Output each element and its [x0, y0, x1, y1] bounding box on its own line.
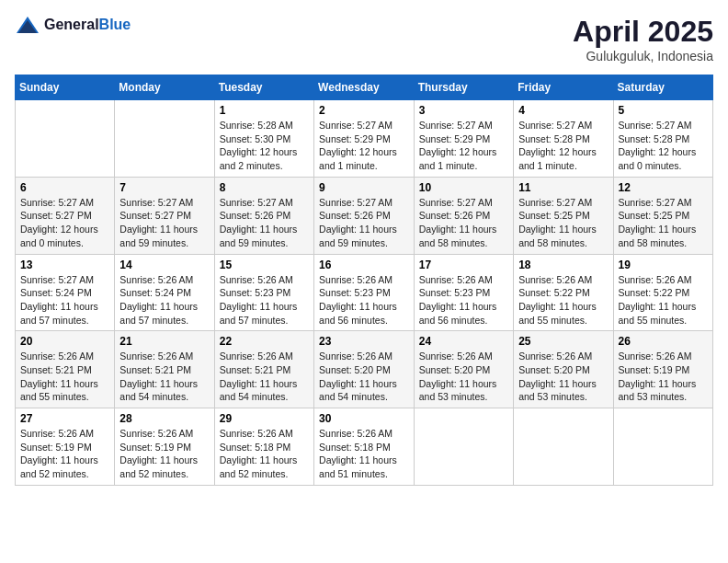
col-header-sunday: Sunday: [16, 75, 115, 100]
day-info: Sunrise: 5:26 AM Sunset: 5:19 PM Dayligh…: [619, 350, 708, 404]
day-info: Sunrise: 5:26 AM Sunset: 5:20 PM Dayligh…: [319, 350, 409, 404]
day-info: Sunrise: 5:27 AM Sunset: 5:25 PM Dayligh…: [518, 196, 608, 250]
day-cell: 19Sunrise: 5:26 AM Sunset: 5:22 PM Dayli…: [613, 254, 712, 331]
day-cell: 10Sunrise: 5:27 AM Sunset: 5:26 PM Dayli…: [414, 177, 513, 254]
day-cell: [414, 408, 513, 486]
day-info: Sunrise: 5:27 AM Sunset: 5:27 PM Dayligh…: [119, 196, 209, 250]
day-cell: 20Sunrise: 5:26 AM Sunset: 5:21 PM Dayli…: [16, 331, 115, 408]
day-number: 12: [619, 181, 708, 194]
col-header-thursday: Thursday: [414, 75, 513, 100]
day-cell: 28Sunrise: 5:26 AM Sunset: 5:19 PM Dayli…: [115, 408, 214, 486]
title-area: April 2025 Gulukguluk, Indonesia: [573, 15, 713, 63]
day-cell: 14Sunrise: 5:26 AM Sunset: 5:24 PM Dayli…: [115, 254, 214, 331]
day-number: 23: [319, 335, 409, 348]
day-cell: 12Sunrise: 5:27 AM Sunset: 5:25 PM Dayli…: [613, 177, 712, 254]
day-number: 14: [119, 259, 209, 271]
day-number: 7: [119, 181, 209, 194]
logo-general: General: [44, 17, 99, 32]
day-info: Sunrise: 5:28 AM Sunset: 5:30 PM Dayligh…: [220, 119, 309, 173]
logo-icon: [15, 15, 40, 35]
day-number: 25: [518, 335, 608, 348]
day-cell: 5Sunrise: 5:27 AM Sunset: 5:28 PM Daylig…: [613, 100, 712, 178]
day-info: Sunrise: 5:26 AM Sunset: 5:22 PM Dayligh…: [619, 273, 708, 327]
day-number: 2: [319, 104, 409, 117]
day-info: Sunrise: 5:26 AM Sunset: 5:19 PM Dayligh…: [119, 427, 209, 481]
col-header-tuesday: Tuesday: [214, 75, 313, 100]
calendar-table: SundayMondayTuesdayWednesdayThursdayFrid…: [15, 75, 713, 486]
day-cell: [16, 100, 115, 178]
day-cell: 22Sunrise: 5:26 AM Sunset: 5:21 PM Dayli…: [214, 331, 313, 408]
day-info: Sunrise: 5:26 AM Sunset: 5:23 PM Dayligh…: [419, 273, 508, 327]
day-info: Sunrise: 5:26 AM Sunset: 5:18 PM Dayligh…: [220, 427, 309, 481]
day-info: Sunrise: 5:26 AM Sunset: 5:23 PM Dayligh…: [220, 273, 309, 327]
day-cell: 4Sunrise: 5:27 AM Sunset: 5:28 PM Daylig…: [514, 100, 613, 178]
week-row-1: 1Sunrise: 5:28 AM Sunset: 5:30 PM Daylig…: [16, 100, 713, 178]
day-info: Sunrise: 5:26 AM Sunset: 5:20 PM Dayligh…: [419, 350, 508, 404]
day-number: 29: [220, 412, 309, 425]
day-number: 27: [20, 412, 109, 425]
day-info: Sunrise: 5:27 AM Sunset: 5:26 PM Dayligh…: [319, 196, 409, 250]
day-number: 18: [518, 259, 608, 271]
day-cell: 26Sunrise: 5:26 AM Sunset: 5:19 PM Dayli…: [613, 331, 712, 408]
day-cell: 29Sunrise: 5:26 AM Sunset: 5:18 PM Dayli…: [214, 408, 313, 486]
day-cell: 1Sunrise: 5:28 AM Sunset: 5:30 PM Daylig…: [214, 100, 313, 178]
logo-blue: Blue: [99, 17, 131, 32]
day-info: Sunrise: 5:27 AM Sunset: 5:29 PM Dayligh…: [319, 119, 409, 173]
day-cell: [613, 408, 712, 486]
day-cell: 23Sunrise: 5:26 AM Sunset: 5:20 PM Dayli…: [314, 331, 415, 408]
day-number: 30: [319, 412, 409, 425]
day-number: 24: [419, 335, 508, 348]
day-info: Sunrise: 5:26 AM Sunset: 5:23 PM Dayligh…: [319, 273, 409, 327]
day-number: 16: [319, 259, 409, 271]
day-info: Sunrise: 5:27 AM Sunset: 5:28 PM Dayligh…: [619, 119, 708, 173]
day-info: Sunrise: 5:26 AM Sunset: 5:21 PM Dayligh…: [220, 350, 309, 404]
day-number: 1: [220, 104, 309, 117]
day-cell: 3Sunrise: 5:27 AM Sunset: 5:29 PM Daylig…: [414, 100, 513, 178]
day-number: 9: [319, 181, 409, 194]
day-info: Sunrise: 5:27 AM Sunset: 5:28 PM Dayligh…: [518, 119, 608, 173]
day-number: 11: [518, 181, 608, 194]
day-cell: 30Sunrise: 5:26 AM Sunset: 5:18 PM Dayli…: [314, 408, 415, 486]
day-info: Sunrise: 5:27 AM Sunset: 5:26 PM Dayligh…: [419, 196, 508, 250]
day-cell: 15Sunrise: 5:26 AM Sunset: 5:23 PM Dayli…: [214, 254, 313, 331]
day-number: 20: [20, 335, 109, 348]
col-header-saturday: Saturday: [613, 75, 712, 100]
col-header-monday: Monday: [115, 75, 214, 100]
day-number: 21: [119, 335, 209, 348]
day-cell: 25Sunrise: 5:26 AM Sunset: 5:20 PM Dayli…: [514, 331, 613, 408]
day-cell: [514, 408, 613, 486]
col-header-friday: Friday: [514, 75, 613, 100]
day-number: 13: [20, 259, 109, 271]
day-cell: 16Sunrise: 5:26 AM Sunset: 5:23 PM Dayli…: [314, 254, 415, 331]
week-row-5: 27Sunrise: 5:26 AM Sunset: 5:19 PM Dayli…: [16, 408, 713, 486]
month-year: April 2025: [573, 15, 713, 49]
day-cell: 6Sunrise: 5:27 AM Sunset: 5:27 PM Daylig…: [16, 177, 115, 254]
day-cell: [115, 100, 214, 178]
day-cell: 7Sunrise: 5:27 AM Sunset: 5:27 PM Daylig…: [115, 177, 214, 254]
day-number: 3: [419, 104, 508, 117]
day-info: Sunrise: 5:26 AM Sunset: 5:19 PM Dayligh…: [20, 427, 109, 481]
day-number: 5: [619, 104, 708, 117]
day-info: Sunrise: 5:26 AM Sunset: 5:18 PM Dayligh…: [319, 427, 409, 481]
day-number: 6: [20, 181, 109, 194]
day-info: Sunrise: 5:26 AM Sunset: 5:21 PM Dayligh…: [20, 350, 109, 404]
day-number: 8: [220, 181, 309, 194]
location: Gulukguluk, Indonesia: [573, 49, 713, 63]
day-cell: 18Sunrise: 5:26 AM Sunset: 5:22 PM Dayli…: [514, 254, 613, 331]
day-cell: 13Sunrise: 5:27 AM Sunset: 5:24 PM Dayli…: [16, 254, 115, 331]
day-cell: 27Sunrise: 5:26 AM Sunset: 5:19 PM Dayli…: [16, 408, 115, 486]
day-number: 28: [119, 412, 209, 425]
header-row: SundayMondayTuesdayWednesdayThursdayFrid…: [16, 75, 713, 100]
day-info: Sunrise: 5:27 AM Sunset: 5:24 PM Dayligh…: [20, 273, 109, 327]
day-info: Sunrise: 5:27 AM Sunset: 5:29 PM Dayligh…: [419, 119, 508, 173]
day-cell: 21Sunrise: 5:26 AM Sunset: 5:21 PM Dayli…: [115, 331, 214, 408]
day-number: 26: [619, 335, 708, 348]
day-number: 17: [419, 259, 508, 271]
day-info: Sunrise: 5:27 AM Sunset: 5:25 PM Dayligh…: [619, 196, 708, 250]
week-row-2: 6Sunrise: 5:27 AM Sunset: 5:27 PM Daylig…: [16, 177, 713, 254]
day-info: Sunrise: 5:26 AM Sunset: 5:20 PM Dayligh…: [518, 350, 608, 404]
day-cell: 8Sunrise: 5:27 AM Sunset: 5:26 PM Daylig…: [214, 177, 313, 254]
header: GeneralBlue April 2025 Gulukguluk, Indon…: [15, 15, 713, 63]
week-row-3: 13Sunrise: 5:27 AM Sunset: 5:24 PM Dayli…: [16, 254, 713, 331]
logo: GeneralBlue: [15, 15, 131, 35]
